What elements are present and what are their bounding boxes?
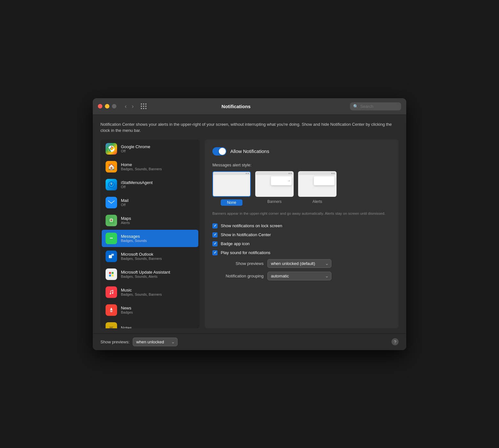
checkbox-label-notification-center: Show in Notification Center <box>221 232 271 237</box>
app-icon-notes <box>106 322 117 328</box>
app-name: Mail <box>121 198 194 203</box>
app-icon-istat <box>106 179 117 190</box>
main-panel: Google Chrome Off 🏠 Home Badges, Sounds,… <box>100 140 399 328</box>
checkbox-icon-lock-screen[interactable]: ✓ <box>212 223 218 228</box>
app-list[interactable]: Google Chrome Off 🏠 Home Badges, Sounds,… <box>100 140 200 328</box>
svg-rect-12 <box>111 254 114 256</box>
bottom-bar: Show previews: when unlocked always neve… <box>93 333 406 350</box>
preview-dot <box>246 173 247 174</box>
app-icon-news <box>106 304 117 316</box>
list-item[interactable]: 🏠 Home Badges, Sounds, Banners <box>102 158 198 175</box>
allow-notifications-row: Allow Notifications <box>212 147 391 156</box>
list-item[interactable]: Microsoft Update Assistant Badges, Sound… <box>102 266 198 283</box>
checkbox-play-sound[interactable]: ✓ Play sound for notifications <box>212 248 391 257</box>
allow-notifications-toggle[interactable] <box>212 147 226 156</box>
alert-style-label-alerts: Alerts <box>313 199 322 204</box>
allow-notifications-label: Allow Notifications <box>230 148 269 154</box>
help-button[interactable]: ? <box>392 338 399 345</box>
app-info-messages: Messages Badges, Sounds <box>121 234 194 243</box>
app-subtitle: Badges, Sounds <box>121 239 194 243</box>
app-subtitle: Off <box>121 203 194 207</box>
alert-style-banners[interactable]: → Banners <box>255 171 294 206</box>
checkmark: ✓ <box>214 233 217 237</box>
app-name: Maps <box>121 216 194 221</box>
app-name: Microsoft Update Assistant <box>121 270 194 275</box>
show-previews-bottom-wrapper: when unlocked always never ⌄ <box>133 338 178 346</box>
checkbox-icon-play-sound[interactable]: ✓ <box>212 250 218 255</box>
svg-point-6 <box>111 220 112 221</box>
app-icon-maps <box>106 215 117 226</box>
alert-style-section-label: Messages alert style: <box>212 163 391 167</box>
alert-style-label-none: None <box>221 199 243 206</box>
show-previews-wrapper: when unlocked (default) always never ⌄ <box>267 259 331 268</box>
show-previews-select[interactable]: when unlocked (default) always never <box>267 259 331 268</box>
show-previews-bottom-select[interactable]: when unlocked always never <box>133 338 178 346</box>
search-box[interactable]: 🔍 <box>350 102 401 110</box>
app-info-home: Home Badges, Sounds, Banners <box>121 162 194 171</box>
app-name: Notes <box>121 325 194 328</box>
alert-style-alerts[interactable]: Alerts <box>298 171 337 206</box>
toggle-knob <box>219 148 226 155</box>
alert-style-preview-none <box>212 171 251 197</box>
app-subtitle: Off <box>121 149 194 153</box>
alert-style-section: Messages alert style: None <box>212 163 391 206</box>
notification-grouping-select[interactable]: automatic by app off <box>267 272 331 280</box>
checkbox-badge-icon[interactable]: ✓ Badge app icon <box>212 239 391 248</box>
app-icon-msupdate <box>106 268 117 280</box>
svg-rect-16 <box>109 275 111 276</box>
list-item[interactable]: Music Badges, Sounds, Banners <box>102 284 198 301</box>
svg-rect-25 <box>109 327 113 327</box>
maximize-button[interactable] <box>112 104 116 108</box>
app-subtitle: Badges <box>121 310 194 314</box>
close-button[interactable] <box>98 104 102 108</box>
list-item[interactable]: Mail Off <box>102 194 198 211</box>
banner-description: Banners appear in the upper-right corner… <box>212 211 391 216</box>
svg-rect-23 <box>110 312 112 312</box>
app-name: News <box>121 306 194 310</box>
description-text: Notification Center shows your alerts in… <box>100 121 399 134</box>
app-icon-mail <box>106 197 117 208</box>
banner-arrow: → <box>287 179 290 182</box>
alert-style-none[interactable]: None <box>212 171 251 206</box>
app-subtitle: Alerts <box>121 221 194 225</box>
app-name: Google Chrome <box>121 144 194 149</box>
checkbox-notification-center[interactable]: ✓ Show in Notification Center <box>212 230 391 239</box>
list-item[interactable]: News Badges <box>102 301 198 319</box>
app-subtitle: Badges, Sounds, Alerts <box>121 275 194 278</box>
svg-rect-22 <box>110 311 113 311</box>
checkbox-label-play-sound: Play sound for notifications <box>221 250 270 255</box>
list-item[interactable]: Google Chrome Off <box>102 140 198 157</box>
list-item[interactable]: Maps Alerts <box>102 212 198 229</box>
app-icon-messages <box>106 233 117 244</box>
content-area: Notification Center shows your alerts in… <box>93 115 406 333</box>
list-item-messages[interactable]: Messages Badges, Sounds <box>102 230 198 247</box>
search-input[interactable] <box>360 104 395 109</box>
checkbox-icon-notification-center[interactable]: ✓ <box>212 232 218 237</box>
minimize-button[interactable] <box>105 104 109 108</box>
checkbox-lock-screen[interactable]: ✓ Show notifications on lock screen <box>212 221 391 230</box>
alert-style-label-banners: Banners <box>267 199 282 204</box>
checkbox-icon-badge[interactable]: ✓ <box>212 241 218 246</box>
page-title: Notifications <box>126 104 346 109</box>
traffic-lights <box>98 104 116 108</box>
svg-point-19 <box>110 293 111 294</box>
svg-rect-26 <box>109 328 113 328</box>
app-name: Home <box>121 162 194 167</box>
notification-grouping-row: Notification grouping automatic by app o… <box>212 270 391 282</box>
app-subtitle: Badges, Sounds, Banners <box>121 292 194 296</box>
alert-style-preview-banners: → <box>255 171 294 197</box>
list-item[interactable]: Notes <box>102 319 198 328</box>
app-info-music: Music Badges, Sounds, Banners <box>121 288 194 296</box>
checkbox-label-badge: Badge app icon <box>221 241 249 246</box>
svg-point-20 <box>112 292 113 294</box>
checkmark: ✓ <box>214 251 217 255</box>
svg-point-9 <box>112 237 113 238</box>
app-name: Music <box>121 288 194 292</box>
svg-point-8 <box>111 237 112 238</box>
list-item[interactable]: iStatMenusAgent Off <box>102 176 198 193</box>
alert-styles: None → <box>212 171 391 206</box>
list-item[interactable]: Microsoft Outlook Badges, Sounds, Banner… <box>102 248 198 265</box>
preview-dot <box>289 173 290 174</box>
app-info-news: News Badges <box>121 306 194 314</box>
show-previews-dropdown-label: Show previews <box>212 261 264 266</box>
